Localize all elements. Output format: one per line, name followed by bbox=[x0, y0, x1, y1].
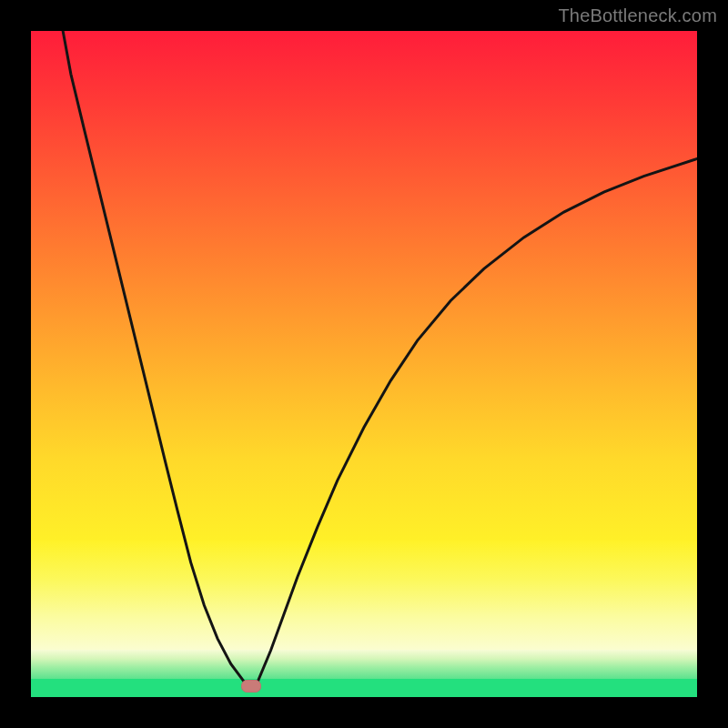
watermark-text: TheBottleneck.com bbox=[558, 5, 717, 26]
gradient-green bbox=[31, 679, 697, 697]
gradient-red-orange bbox=[31, 31, 697, 541]
gradient-light-green bbox=[31, 650, 697, 679]
optimal-point-marker bbox=[241, 680, 261, 693]
chart-frame: TheBottleneck.com bbox=[0, 0, 728, 728]
gradient-yellow bbox=[31, 541, 697, 650]
plot-area bbox=[31, 31, 697, 697]
